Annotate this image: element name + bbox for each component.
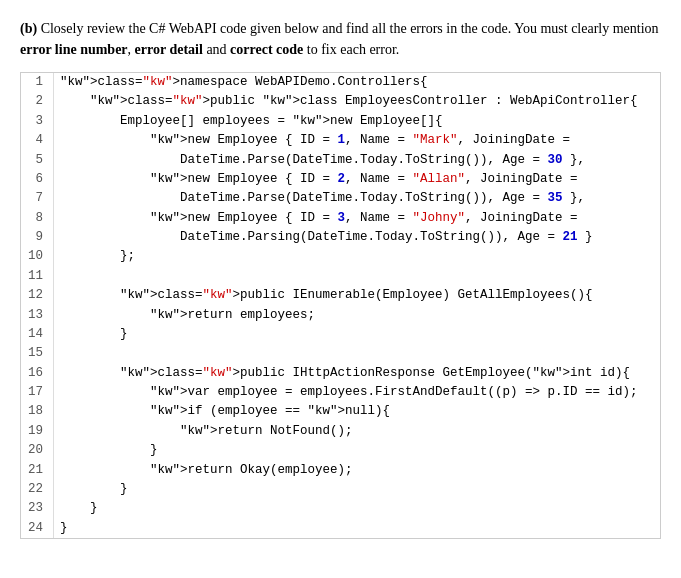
line-number: 17 xyxy=(21,383,53,402)
line-code xyxy=(53,267,660,286)
line-code: "kw">return Okay(employee); xyxy=(53,461,660,480)
line-number: 12 xyxy=(21,286,53,305)
line-number: 5 xyxy=(21,151,53,170)
line-code: "kw">new Employee { ID = 1, Name = "Mark… xyxy=(53,131,660,150)
line-code: } xyxy=(53,480,660,499)
line-number: 3 xyxy=(21,112,53,131)
line-code: DateTime.Parse(DateTime.Today.ToString()… xyxy=(53,189,660,208)
instruction-text3: and xyxy=(203,42,230,57)
line-code: Employee[] employees = "kw">new Employee… xyxy=(53,112,660,131)
line-number: 11 xyxy=(21,267,53,286)
line-number: 9 xyxy=(21,228,53,247)
line-code: } xyxy=(53,441,660,460)
line-number: 4 xyxy=(21,131,53,150)
line-number: 8 xyxy=(21,209,53,228)
table-row: 24} xyxy=(21,519,660,538)
line-code: "kw">class="kw">public "kw">class Employ… xyxy=(53,92,660,111)
instruction-text2: , xyxy=(128,42,135,57)
line-number: 2 xyxy=(21,92,53,111)
line-code: "kw">new Employee { ID = 2, Name = "Alla… xyxy=(53,170,660,189)
code-table: 1"kw">class="kw">namespace WebAPIDemo.Co… xyxy=(21,73,660,538)
line-code: } xyxy=(53,519,660,538)
table-row: 7 DateTime.Parse(DateTime.Today.ToString… xyxy=(21,189,660,208)
line-code: "kw">return NotFound(); xyxy=(53,422,660,441)
table-row: 11 xyxy=(21,267,660,286)
table-row: 16 "kw">class="kw">public IHttpActionRes… xyxy=(21,364,660,383)
table-row: 13 "kw">return employees; xyxy=(21,306,660,325)
table-row: 19 "kw">return NotFound(); xyxy=(21,422,660,441)
line-code: DateTime.Parse(DateTime.Today.ToString()… xyxy=(53,151,660,170)
table-row: 18 "kw">if (employee == "kw">null){ xyxy=(21,402,660,421)
line-code: } xyxy=(53,499,660,518)
line-number: 20 xyxy=(21,441,53,460)
line-code: "kw">class="kw">public IHttpActionRespon… xyxy=(53,364,660,383)
line-number: 7 xyxy=(21,189,53,208)
line-code: "kw">return employees; xyxy=(53,306,660,325)
instruction-bold3: correct code xyxy=(230,42,303,57)
line-number: 1 xyxy=(21,73,53,92)
line-code: "kw">class="kw">public IEnumerable(Emplo… xyxy=(53,286,660,305)
table-row: 2 "kw">class="kw">public "kw">class Empl… xyxy=(21,92,660,111)
table-row: 12 "kw">class="kw">public IEnumerable(Em… xyxy=(21,286,660,305)
table-row: 10 }; xyxy=(21,247,660,266)
table-row: 20 } xyxy=(21,441,660,460)
table-row: 6 "kw">new Employee { ID = 2, Name = "Al… xyxy=(21,170,660,189)
table-row: 23 } xyxy=(21,499,660,518)
line-code xyxy=(53,344,660,363)
line-code: "kw">if (employee == "kw">null){ xyxy=(53,402,660,421)
line-number: 16 xyxy=(21,364,53,383)
line-code: "kw">var employee = employees.FirstAndDe… xyxy=(53,383,660,402)
table-row: 17 "kw">var employee = employees.FirstAn… xyxy=(21,383,660,402)
instruction-bold1: error line number xyxy=(20,42,128,57)
table-row: 21 "kw">return Okay(employee); xyxy=(21,461,660,480)
line-code: }; xyxy=(53,247,660,266)
line-number: 15 xyxy=(21,344,53,363)
part-label: (b) xyxy=(20,21,37,36)
line-number: 23 xyxy=(21,499,53,518)
line-number: 22 xyxy=(21,480,53,499)
line-code: DateTime.Parsing(DateTime.Today.ToString… xyxy=(53,228,660,247)
table-row: 15 xyxy=(21,344,660,363)
line-code: "kw">class="kw">namespace WebAPIDemo.Con… xyxy=(53,73,660,92)
table-row: 3 Employee[] employees = "kw">new Employ… xyxy=(21,112,660,131)
code-block: 1"kw">class="kw">namespace WebAPIDemo.Co… xyxy=(20,72,661,539)
table-row: 4 "kw">new Employee { ID = 1, Name = "Ma… xyxy=(21,131,660,150)
line-code: "kw">new Employee { ID = 3, Name = "John… xyxy=(53,209,660,228)
line-number: 19 xyxy=(21,422,53,441)
table-row: 22 } xyxy=(21,480,660,499)
line-number: 24 xyxy=(21,519,53,538)
table-row: 14 } xyxy=(21,325,660,344)
line-number: 10 xyxy=(21,247,53,266)
line-number: 13 xyxy=(21,306,53,325)
instruction-text1: Closely review the C# WebAPI code given … xyxy=(41,21,659,36)
instruction-bold2: error detail xyxy=(135,42,203,57)
table-row: 8 "kw">new Employee { ID = 3, Name = "Jo… xyxy=(21,209,660,228)
line-code: } xyxy=(53,325,660,344)
table-row: 9 DateTime.Parsing(DateTime.Today.ToStri… xyxy=(21,228,660,247)
line-number: 18 xyxy=(21,402,53,421)
instructions-paragraph: (b) Closely review the C# WebAPI code gi… xyxy=(20,18,661,60)
line-number: 6 xyxy=(21,170,53,189)
line-number: 14 xyxy=(21,325,53,344)
table-row: 1"kw">class="kw">namespace WebAPIDemo.Co… xyxy=(21,73,660,92)
line-number: 21 xyxy=(21,461,53,480)
instruction-text4: to fix each error. xyxy=(303,42,399,57)
table-row: 5 DateTime.Parse(DateTime.Today.ToString… xyxy=(21,151,660,170)
